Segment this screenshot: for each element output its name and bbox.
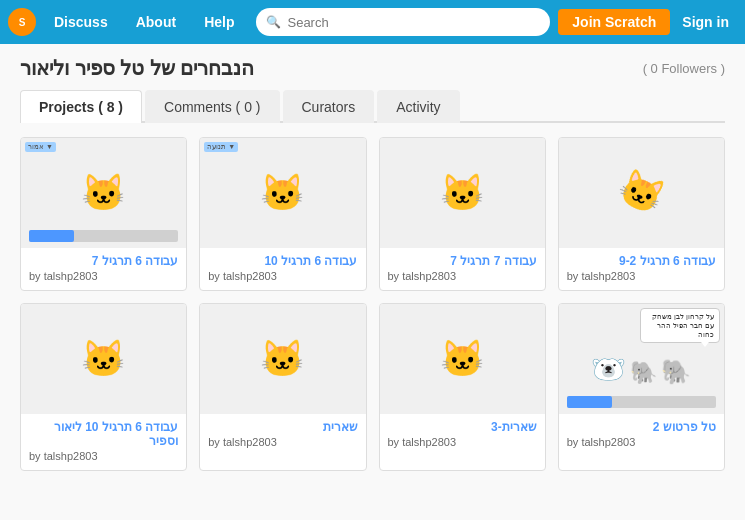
studio-title: הנבחרים של טל ספיר וליאור [20,56,254,80]
project-info: עבודה 7 תרגיל 7 by talshp2803 [380,248,545,290]
ui-widget: אמור ▼ [25,142,56,152]
nav-right-actions: Join Scratch Sign in [558,9,737,35]
project-card[interactable]: 🐱 עבודה 6 תרגיל 9-2 by talshp2803 [558,137,725,291]
project-grid: אמור ▼ 🐱 עבודה 6 תרגיל 7 by talshp2803 ת… [20,137,725,471]
nav-about[interactable]: About [122,0,190,44]
project-thumbnail: 🐱 [200,304,365,414]
project-thumbnail: 🐱 [559,138,724,248]
scratch-cat-icon: 🐱 [440,172,485,214]
project-thumbnail: אמור ▼ 🐱 [21,138,186,248]
nav-discuss[interactable]: Discuss [40,0,122,44]
project-author: by talshp2803 [208,436,357,448]
scratch-cat-icon: 🐱 [260,172,305,214]
project-thumbnail: תנועה ▼ 🐱 [200,138,365,248]
navbar: S Discuss About Help 🔍 Join Scratch Sign… [0,0,745,44]
speech-bubble: על קרחון לבן משחק עם חבר הפיל ההר כחוה [640,308,720,343]
project-author: by talshp2803 [388,436,537,448]
project-card[interactable]: 🐱 שארית by talshp2803 [199,303,366,471]
tab-activity[interactable]: Activity [377,90,459,123]
project-card[interactable]: 🐱 עבודה 7 תרגיל 7 by talshp2803 [379,137,546,291]
project-title[interactable]: שארית [208,420,357,434]
scratch-cat-icon: 🐱 [81,172,126,214]
nav-help[interactable]: Help [190,0,248,44]
project-title[interactable]: עבודה 7 תרגיל 7 [388,254,537,268]
studio-tabs: Projects ( 8 ) Comments ( 0 ) Curators A… [20,90,725,123]
project-thumbnail: 🐱 [380,304,545,414]
studio-header: הנבחרים של טל ספיר וליאור ( 0 Followers … [20,56,725,80]
join-scratch-button[interactable]: Join Scratch [558,9,670,35]
project-author: by talshp2803 [208,270,357,282]
project-author: by talshp2803 [388,270,537,282]
project-title[interactable]: עבודה 6 תרגיל 7 [29,254,178,268]
scratch-cat-icon: 🐱 [612,164,671,221]
project-thumbnail: 🐱 [21,304,186,414]
ui-widget: תנועה ▼ [204,142,238,152]
project-author: by talshp2803 [567,436,716,448]
project-author: by talshp2803 [29,270,178,282]
project-info: שארית-3 by talshp2803 [380,414,545,456]
project-title[interactable]: עבודה 6 תרגיל 9-2 [567,254,716,268]
project-card[interactable]: 🐱 עבודה 6 תרגיל 10 ליאור וספיר by talshp… [20,303,187,471]
scratch-cat-icon: 🐱 [260,338,305,380]
project-card[interactable]: אמור ▼ 🐱 עבודה 6 תרגיל 7 by talshp2803 [20,137,187,291]
tab-projects[interactable]: Projects ( 8 ) [20,90,142,123]
scratch-logo[interactable]: S [8,8,36,36]
project-author: by talshp2803 [29,450,178,462]
search-input[interactable] [287,15,540,30]
project-title[interactable]: שארית-3 [388,420,537,434]
project-info: עבודה 6 תרגיל 10 by talshp2803 [200,248,365,290]
project-info: שארית by talshp2803 [200,414,365,456]
project-card[interactable]: על קרחון לבן משחק עם חבר הפיל ההר כחוה 🐻… [558,303,725,471]
project-info: עבודה 6 תרגיל 10 ליאור וספיר by talshp28… [21,414,186,470]
search-icon: 🔍 [266,15,281,29]
scratch-cat-icon: 🐱 [440,338,485,380]
sign-in-button[interactable]: Sign in [674,14,737,30]
project-info: עבודה 6 תרגיל 7 by talshp2803 [21,248,186,290]
project-card[interactable]: תנועה ▼ 🐱 עבודה 6 תרגיל 10 by talshp2803 [199,137,366,291]
project-author: by talshp2803 [567,270,716,282]
project-thumbnail: על קרחון לבן משחק עם חבר הפיל ההר כחוה 🐻… [559,304,724,414]
project-title[interactable]: טל פרטוש 2 [567,420,716,434]
project-info: עבודה 6 תרגיל 9-2 by talshp2803 [559,248,724,290]
project-card[interactable]: 🐱 שארית-3 by talshp2803 [379,303,546,471]
search-bar: 🔍 [256,8,550,36]
scratch-cat-icon: 🐱 [81,338,126,380]
project-info: טל פרטוש 2 by talshp2803 [559,414,724,456]
tab-comments[interactable]: Comments ( 0 ) [145,90,279,123]
tab-curators[interactable]: Curators [283,90,375,123]
followers-count: ( 0 Followers ) [643,61,725,76]
project-title[interactable]: עבודה 6 תרגיל 10 ליאור וספיר [29,420,178,448]
project-thumbnail: 🐱 [380,138,545,248]
project-title[interactable]: עבודה 6 תרגיל 10 [208,254,357,268]
main-content: הנבחרים של טל ספיר וליאור ( 0 Followers … [0,44,745,483]
